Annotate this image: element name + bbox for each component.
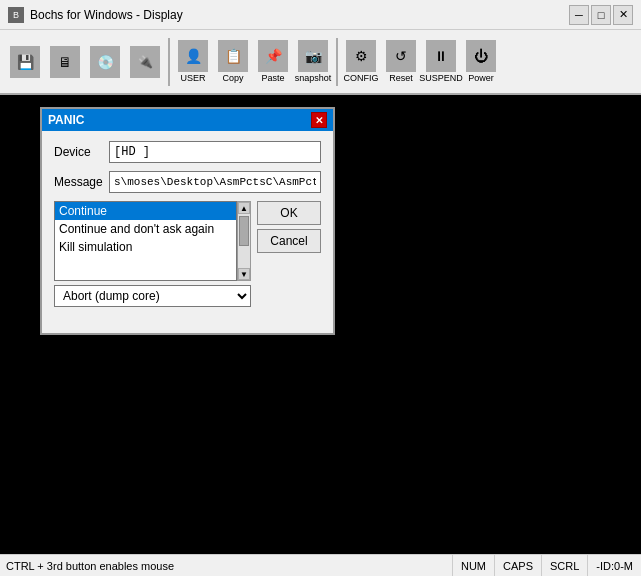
title-bar: B Bochs for Windows - Display ─ □ ✕	[0, 0, 641, 30]
window-controls: ─ □ ✕	[569, 5, 633, 25]
status-info: -ID:0-M	[587, 555, 641, 576]
maximize-button[interactable]: □	[591, 5, 611, 25]
window-title: Bochs for Windows - Display	[30, 8, 569, 22]
config-label: CONFIG	[344, 74, 379, 83]
suspend-icon: ⏸	[426, 40, 456, 72]
user-label: USER	[180, 74, 205, 83]
status-scrl: SCRL	[541, 555, 587, 576]
dialog-buttons: OK Cancel	[257, 201, 321, 315]
toolbar-power[interactable]: ⏻ Power	[462, 36, 500, 88]
panic-title-text: PANIC	[48, 113, 311, 127]
toolbar-separator-2	[336, 38, 338, 86]
panic-dialog: PANIC ✕ Device Message Continue	[40, 107, 335, 335]
floppy-b-icon: 🖥	[50, 46, 80, 78]
scrollbar-up-button[interactable]: ▲	[238, 202, 250, 214]
power-icon: ⏻	[466, 40, 496, 72]
snapshot-label: snapshot	[295, 74, 332, 83]
reset-icon: ↺	[386, 40, 416, 72]
copy-label: Copy	[222, 74, 243, 83]
config-icon: ⚙	[346, 40, 376, 72]
minimize-button[interactable]: ─	[569, 5, 589, 25]
status-left-text: CTRL + 3rd button enables mouse	[0, 560, 452, 572]
panic-title-bar: PANIC ✕	[42, 109, 333, 131]
panic-body: Device Message Continue Continue and don…	[42, 131, 333, 333]
toolbar-floppy-b[interactable]: 🖥	[46, 36, 84, 88]
paste-label: Paste	[261, 74, 284, 83]
status-bar: CTRL + 3rd button enables mouse NUM CAPS…	[0, 554, 641, 576]
suspend-label: SUSPEND	[419, 74, 463, 83]
status-num: NUM	[452, 555, 494, 576]
list-item-continue-no-ask[interactable]: Continue and don't ask again	[55, 220, 236, 238]
paste-icon: 📌	[258, 40, 288, 72]
toolbar: 💾 🖥 💿 🔌 👤 USER 📋 Copy 📌 Paste 📷 snapshot…	[0, 30, 641, 95]
device-label: Device	[54, 145, 109, 159]
user-icon: 👤	[178, 40, 208, 72]
cdrom-icon: 💿	[90, 46, 120, 78]
toolbar-snapshot[interactable]: 📷 snapshot	[294, 36, 332, 88]
list-area: Continue Continue and don't ask again Ki…	[54, 201, 321, 315]
action-combo[interactable]: Continue Continue and don't ask again Ki…	[54, 285, 251, 307]
power-label: Power	[468, 74, 494, 83]
panic-close-button[interactable]: ✕	[311, 112, 327, 128]
scrollbar-down-button[interactable]: ▼	[238, 268, 250, 280]
message-input[interactable]	[109, 171, 321, 193]
toolbar-usb[interactable]: 🔌	[126, 36, 164, 88]
list-scrollbar[interactable]: ▲ ▼	[237, 201, 251, 281]
scrollbar-thumb[interactable]	[239, 216, 249, 246]
toolbar-floppy-a[interactable]: 💾	[6, 36, 44, 88]
message-row: Message	[54, 171, 321, 193]
floppy-a-icon: 💾	[10, 46, 40, 78]
list-item-continue[interactable]: Continue	[55, 202, 236, 220]
copy-icon: 📋	[218, 40, 248, 72]
ok-button[interactable]: OK	[257, 201, 321, 225]
list-item-kill[interactable]: Kill simulation	[55, 238, 236, 256]
toolbar-config[interactable]: ⚙ CONFIG	[342, 36, 380, 88]
reset-label: Reset	[389, 74, 413, 83]
toolbar-suspend[interactable]: ⏸ SUSPEND	[422, 36, 460, 88]
app-icon: B	[8, 7, 24, 23]
toolbar-cdrom[interactable]: 💿	[86, 36, 124, 88]
close-button[interactable]: ✕	[613, 5, 633, 25]
cancel-button[interactable]: Cancel	[257, 229, 321, 253]
usb-icon: 🔌	[130, 46, 160, 78]
toolbar-user[interactable]: 👤 USER	[174, 36, 212, 88]
status-right: NUM CAPS SCRL -ID:0-M	[452, 555, 641, 576]
snapshot-icon: 📷	[298, 40, 328, 72]
toolbar-reset[interactable]: ↺ Reset	[382, 36, 420, 88]
status-caps: CAPS	[494, 555, 541, 576]
main-area: PANIC ✕ Device Message Continue	[0, 95, 641, 554]
options-list[interactable]: Continue Continue and don't ask again Ki…	[54, 201, 237, 281]
toolbar-copy[interactable]: 📋 Copy	[214, 36, 252, 88]
message-label: Message	[54, 175, 109, 189]
toolbar-paste[interactable]: 📌 Paste	[254, 36, 292, 88]
combo-row[interactable]: Continue Continue and don't ask again Ki…	[54, 285, 251, 307]
device-row: Device	[54, 141, 321, 163]
device-input[interactable]	[109, 141, 321, 163]
toolbar-separator-1	[168, 38, 170, 86]
